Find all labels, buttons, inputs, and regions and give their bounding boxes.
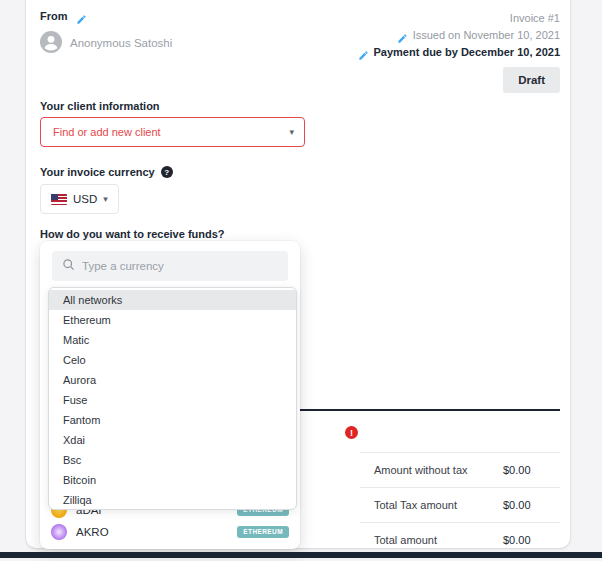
currency-section-header: Your invoice currency ? (40, 166, 173, 178)
from-header: From (40, 10, 87, 22)
error-icon: ! (345, 426, 358, 439)
table-header-divider (281, 409, 560, 411)
divider (360, 452, 560, 453)
chevron-down-icon: ▾ (103, 194, 108, 204)
network-option-all[interactable]: All networks (49, 290, 296, 310)
currency-selected-value: USD (73, 193, 97, 205)
us-flag-icon (51, 194, 67, 205)
network-filter-list: All networks Ethereum Matic Celo Aurora … (48, 287, 297, 510)
divider (360, 487, 560, 488)
network-option-zilliqa[interactable]: Zilliqa (49, 490, 296, 510)
search-icon (62, 257, 75, 275)
network-option-xdai[interactable]: Xdai (49, 430, 296, 450)
total-row-value: $0.00 (503, 499, 531, 511)
token-symbol: AKRO (76, 526, 109, 538)
network-option-bsc[interactable]: Bsc (49, 450, 296, 470)
network-badge: ETHEREUM (237, 526, 289, 538)
network-option-matic[interactable]: Matic (49, 330, 296, 350)
edit-from-icon[interactable] (76, 11, 87, 22)
edit-due-date-icon[interactable] (358, 47, 369, 58)
currency-search-input[interactable] (82, 260, 278, 272)
funds-section-label: How do you want to receive funds? (40, 228, 225, 240)
chevron-down-icon: ▾ (289, 127, 294, 137)
issued-date-row: Issued on November 10, 2021 (397, 29, 560, 41)
divider (360, 522, 560, 523)
client-select-dropdown[interactable]: Find or add new client ▾ (40, 117, 305, 147)
network-option-fantom[interactable]: Fantom (49, 410, 296, 430)
network-option-fuse[interactable]: Fuse (49, 390, 296, 410)
network-option-bitcoin[interactable]: Bitcoin (49, 470, 296, 490)
bottom-section-edge (0, 552, 602, 558)
help-icon[interactable]: ? (161, 166, 173, 178)
due-date-row: Payment due by December 10, 2021 (358, 46, 560, 58)
network-option-aurora[interactable]: Aurora (49, 370, 296, 390)
network-option-celo[interactable]: Celo (49, 350, 296, 370)
sender-avatar (40, 31, 62, 53)
akro-token-icon (51, 524, 67, 540)
draft-status-button[interactable]: Draft (503, 67, 560, 93)
from-label: From (40, 10, 68, 22)
edit-issued-date-icon[interactable] (397, 30, 408, 41)
currency-select-dropdown[interactable]: USD ▾ (40, 184, 119, 214)
due-date-text: Payment due by December 10, 2021 (374, 46, 560, 58)
currency-section-label: Your invoice currency (40, 166, 155, 178)
total-row-label: Amount without tax (374, 464, 468, 476)
total-row-label: Total Tax amount (374, 499, 457, 511)
client-section-label: Your client information (40, 100, 160, 112)
total-row-value: $0.00 (503, 534, 531, 546)
total-row-value: $0.00 (503, 464, 531, 476)
token-option-akro[interactable]: AKRO ETHEREUM (40, 521, 300, 542)
invoice-number: Invoice #1 (510, 12, 560, 24)
issued-date-text: Issued on November 10, 2021 (413, 29, 560, 41)
currency-search-box (52, 251, 288, 281)
client-select-placeholder: Find or add new client (53, 126, 161, 138)
sender-name: Anonymous Satoshi (70, 37, 172, 49)
total-row-label: Total amount (374, 534, 437, 546)
network-option-ethereum[interactable]: Ethereum (49, 310, 296, 330)
